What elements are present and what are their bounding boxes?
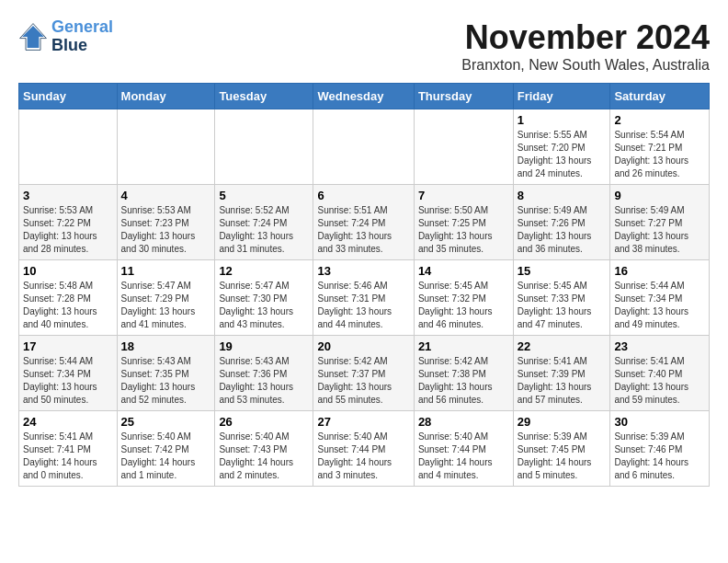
day-info: Sunrise: 5:52 AM Sunset: 7:24 PM Dayligh…: [219, 204, 309, 256]
day-number: 20: [317, 339, 409, 353]
day-number: 11: [121, 264, 211, 278]
day-info: Sunrise: 5:40 AM Sunset: 7:44 PM Dayligh…: [418, 431, 509, 482]
calendar-cell: 4Sunrise: 5:53 AM Sunset: 7:23 PM Daylig…: [117, 185, 215, 260]
calendar-cell: [313, 109, 414, 185]
weekday-header-saturday: Saturday: [610, 84, 710, 109]
day-number: 2: [614, 113, 705, 127]
weekday-header-tuesday: Tuesday: [215, 84, 313, 109]
day-info: Sunrise: 5:45 AM Sunset: 7:33 PM Dayligh…: [518, 280, 607, 331]
calendar-cell: 21Sunrise: 5:42 AM Sunset: 7:38 PM Dayli…: [414, 336, 513, 411]
day-info: Sunrise: 5:48 AM Sunset: 7:28 PM Dayligh…: [23, 280, 113, 331]
calendar-cell: 24Sunrise: 5:41 AM Sunset: 7:41 PM Dayli…: [19, 411, 118, 487]
day-info: Sunrise: 5:55 AM Sunset: 7:20 PM Dayligh…: [518, 129, 607, 180]
calendar-cell: 26Sunrise: 5:40 AM Sunset: 7:43 PM Dayli…: [215, 411, 313, 487]
day-number: 10: [23, 264, 113, 278]
day-info: Sunrise: 5:45 AM Sunset: 7:32 PM Dayligh…: [418, 280, 509, 331]
day-info: Sunrise: 5:43 AM Sunset: 7:35 PM Dayligh…: [121, 355, 211, 407]
day-info: Sunrise: 5:40 AM Sunset: 7:42 PM Dayligh…: [121, 431, 211, 482]
day-number: 17: [23, 339, 113, 353]
day-number: 14: [418, 264, 509, 278]
day-info: Sunrise: 5:39 AM Sunset: 7:45 PM Dayligh…: [518, 431, 607, 482]
logo-text-general: General: [51, 18, 113, 37]
day-info: Sunrise: 5:53 AM Sunset: 7:22 PM Dayligh…: [23, 204, 113, 256]
calendar-cell: 3Sunrise: 5:53 AM Sunset: 7:22 PM Daylig…: [19, 185, 118, 260]
day-number: 24: [23, 415, 113, 429]
day-number: 27: [317, 415, 409, 429]
title-section: November 2024 Branxton, New South Wales,…: [461, 18, 710, 74]
day-info: Sunrise: 5:40 AM Sunset: 7:44 PM Dayligh…: [317, 431, 409, 482]
day-info: Sunrise: 5:53 AM Sunset: 7:23 PM Dayligh…: [121, 204, 211, 256]
calendar-week-row: 10Sunrise: 5:48 AM Sunset: 7:28 PM Dayli…: [19, 260, 710, 336]
day-number: 29: [518, 415, 607, 429]
day-number: 7: [418, 189, 509, 202]
day-info: Sunrise: 5:47 AM Sunset: 7:29 PM Dayligh…: [121, 280, 211, 331]
calendar-cell: 10Sunrise: 5:48 AM Sunset: 7:28 PM Dayli…: [19, 260, 118, 336]
day-info: Sunrise: 5:44 AM Sunset: 7:34 PM Dayligh…: [23, 355, 113, 407]
calendar-cell: 29Sunrise: 5:39 AM Sunset: 7:45 PM Dayli…: [513, 411, 610, 487]
day-info: Sunrise: 5:46 AM Sunset: 7:31 PM Dayligh…: [317, 280, 409, 331]
calendar-cell: 18Sunrise: 5:43 AM Sunset: 7:35 PM Dayli…: [117, 336, 215, 411]
logo: General Blue: [18, 18, 113, 55]
month-title: November 2024: [461, 18, 710, 57]
calendar-cell: 19Sunrise: 5:43 AM Sunset: 7:36 PM Dayli…: [215, 336, 313, 411]
calendar-cell: [215, 109, 313, 185]
day-number: 21: [418, 339, 509, 353]
calendar-cell: 9Sunrise: 5:49 AM Sunset: 7:27 PM Daylig…: [610, 185, 710, 260]
calendar-cell: 16Sunrise: 5:44 AM Sunset: 7:34 PM Dayli…: [610, 260, 710, 336]
day-info: Sunrise: 5:41 AM Sunset: 7:41 PM Dayligh…: [23, 431, 113, 482]
calendar-cell: 15Sunrise: 5:45 AM Sunset: 7:33 PM Dayli…: [513, 260, 610, 336]
calendar-cell: 14Sunrise: 5:45 AM Sunset: 7:32 PM Dayli…: [414, 260, 513, 336]
calendar-cell: [19, 109, 118, 185]
day-number: 28: [418, 415, 509, 429]
day-info: Sunrise: 5:41 AM Sunset: 7:39 PM Dayligh…: [518, 355, 607, 407]
weekday-header-row: SundayMondayTuesdayWednesdayThursdayFrid…: [19, 84, 710, 109]
day-number: 23: [614, 339, 705, 353]
logo-text-blue: Blue: [51, 37, 113, 55]
calendar-cell: 20Sunrise: 5:42 AM Sunset: 7:37 PM Dayli…: [313, 336, 414, 411]
day-info: Sunrise: 5:41 AM Sunset: 7:40 PM Dayligh…: [614, 355, 705, 407]
day-number: 30: [614, 415, 705, 429]
calendar-table: SundayMondayTuesdayWednesdayThursdayFrid…: [18, 83, 710, 487]
weekday-header-friday: Friday: [513, 84, 610, 109]
day-number: 3: [23, 189, 113, 202]
calendar-cell: 22Sunrise: 5:41 AM Sunset: 7:39 PM Dayli…: [513, 336, 610, 411]
day-info: Sunrise: 5:47 AM Sunset: 7:30 PM Dayligh…: [219, 280, 309, 331]
calendar-cell: 17Sunrise: 5:44 AM Sunset: 7:34 PM Dayli…: [19, 336, 118, 411]
day-number: 25: [121, 415, 211, 429]
day-number: 9: [614, 189, 705, 202]
day-number: 19: [219, 339, 309, 353]
day-info: Sunrise: 5:40 AM Sunset: 7:43 PM Dayligh…: [219, 431, 309, 482]
weekday-header-wednesday: Wednesday: [313, 84, 414, 109]
calendar-cell: 12Sunrise: 5:47 AM Sunset: 7:30 PM Dayli…: [215, 260, 313, 336]
day-info: Sunrise: 5:51 AM Sunset: 7:24 PM Dayligh…: [317, 204, 409, 256]
calendar-cell: 6Sunrise: 5:51 AM Sunset: 7:24 PM Daylig…: [313, 185, 414, 260]
day-number: 26: [219, 415, 309, 429]
day-number: 16: [614, 264, 705, 278]
calendar-cell: 8Sunrise: 5:49 AM Sunset: 7:26 PM Daylig…: [513, 185, 610, 260]
calendar-week-row: 3Sunrise: 5:53 AM Sunset: 7:22 PM Daylig…: [19, 185, 710, 260]
calendar-cell: 28Sunrise: 5:40 AM Sunset: 7:44 PM Dayli…: [414, 411, 513, 487]
calendar-cell: 5Sunrise: 5:52 AM Sunset: 7:24 PM Daylig…: [215, 185, 313, 260]
calendar-cell: 13Sunrise: 5:46 AM Sunset: 7:31 PM Dayli…: [313, 260, 414, 336]
day-info: Sunrise: 5:39 AM Sunset: 7:46 PM Dayligh…: [614, 431, 705, 482]
day-info: Sunrise: 5:50 AM Sunset: 7:25 PM Dayligh…: [418, 204, 509, 256]
day-number: 6: [317, 189, 409, 202]
logo-icon: [18, 22, 48, 52]
calendar-cell: 30Sunrise: 5:39 AM Sunset: 7:46 PM Dayli…: [610, 411, 710, 487]
header: General Blue November 2024 Branxton, New…: [18, 18, 710, 74]
day-number: 22: [518, 339, 607, 353]
day-info: Sunrise: 5:54 AM Sunset: 7:21 PM Dayligh…: [614, 129, 705, 180]
calendar-cell: [414, 109, 513, 185]
day-number: 12: [219, 264, 309, 278]
calendar-cell: 1Sunrise: 5:55 AM Sunset: 7:20 PM Daylig…: [513, 109, 610, 185]
day-info: Sunrise: 5:43 AM Sunset: 7:36 PM Dayligh…: [219, 355, 309, 407]
calendar-week-row: 17Sunrise: 5:44 AM Sunset: 7:34 PM Dayli…: [19, 336, 710, 411]
day-info: Sunrise: 5:42 AM Sunset: 7:37 PM Dayligh…: [317, 355, 409, 407]
day-number: 5: [219, 189, 309, 202]
day-info: Sunrise: 5:49 AM Sunset: 7:26 PM Dayligh…: [518, 204, 607, 256]
day-number: 18: [121, 339, 211, 353]
day-number: 8: [518, 189, 607, 202]
day-info: Sunrise: 5:44 AM Sunset: 7:34 PM Dayligh…: [614, 280, 705, 331]
weekday-header-sunday: Sunday: [19, 84, 118, 109]
calendar-cell: 25Sunrise: 5:40 AM Sunset: 7:42 PM Dayli…: [117, 411, 215, 487]
